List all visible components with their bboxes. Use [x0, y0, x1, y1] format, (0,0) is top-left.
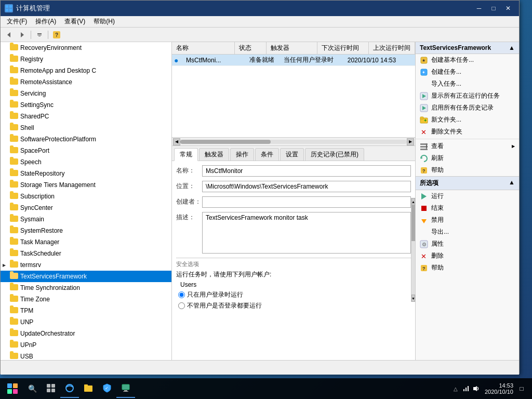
detail-scrollbar[interactable]: ▲ ▼ — [411, 198, 415, 302]
menu-file[interactable]: 文件(F) — [3, 16, 31, 27]
tab-conditions[interactable]: 条件 — [255, 148, 279, 161]
help-button[interactable]: ? — [50, 29, 63, 41]
tab-history[interactable]: 历史记录(已禁用) — [305, 148, 364, 161]
tab-actions[interactable]: 操作 — [230, 148, 254, 161]
search-button[interactable]: 🔍 — [23, 380, 42, 397]
sidebar-item-staterepository[interactable]: StateRepository — [1, 168, 171, 179]
right-action-delete-folder[interactable]: ✕ 删除文件夹 — [416, 126, 519, 138]
forward-button[interactable] — [16, 29, 29, 41]
author-field: 创建者： — [176, 196, 411, 208]
right-action-create-basic[interactable]: ★ 创建基本任务... — [416, 54, 519, 66]
right-action-enable-history[interactable]: 启用所有任务历史记录 — [416, 102, 519, 114]
sidebar-item-sharedpc[interactable]: SharedPC — [1, 111, 171, 122]
tray-volume[interactable] — [472, 384, 481, 393]
right-action-run[interactable]: 运行 — [416, 190, 519, 202]
minimize-button[interactable]: ─ — [472, 3, 486, 14]
svg-rect-51 — [468, 386, 469, 391]
sidebar-item-termsrv[interactable]: ▶ termsrv — [1, 259, 171, 271]
back-button[interactable] — [3, 29, 15, 41]
sidebar-item-subscription[interactable]: Subscription — [1, 191, 171, 202]
sub-collapse-icon[interactable]: ▲ — [509, 179, 515, 188]
sidebar-item-updateorch[interactable]: UpdateOrchestrator — [1, 328, 171, 339]
sidebar-item-upnp[interactable]: UPnP — [1, 339, 171, 351]
status-bar — [1, 360, 519, 375]
sidebar-item-timesync[interactable]: Time Synchronization — [1, 282, 171, 294]
tab-general[interactable]: 常规 — [174, 148, 198, 161]
col-status[interactable]: 状态 — [235, 42, 267, 54]
sidebar-item-recoveryenvironment[interactable]: RecoveryEnvironment — [1, 42, 171, 54]
taskbar-computer-mgmt[interactable] — [116, 379, 135, 398]
col-nextrun[interactable]: 下次运行时间 — [317, 42, 369, 54]
tab-triggers[interactable]: 触发器 — [199, 148, 229, 161]
col-lastrun[interactable]: 上次运行时间 — [369, 42, 415, 54]
col-name[interactable]: 名称 — [172, 42, 235, 54]
sidebar-item-remoteapp[interactable]: RemoteApp and Desktop C — [1, 65, 171, 76]
right-action-help-top[interactable]: ? 帮助 — [416, 164, 519, 176]
maximize-button[interactable]: □ — [487, 3, 500, 14]
col-trigger[interactable]: 触发器 — [267, 42, 318, 54]
right-action-end[interactable]: 结束 — [416, 202, 519, 214]
horizontal-scrollbar[interactable]: ◀ ▶ — [172, 137, 415, 145]
sidebar-item-sysmain[interactable]: Sysmain — [1, 214, 171, 225]
sidebar-item-synccenter[interactable]: SyncCenter — [1, 202, 171, 214]
right-action-new-folder[interactable]: + 新文件夹... — [416, 114, 519, 126]
menu-action[interactable]: 操作(A) — [31, 16, 60, 27]
taskbar-taskview[interactable] — [42, 379, 60, 398]
taskbar-edge[interactable] — [60, 379, 79, 398]
sidebar-item-software[interactable]: SoftwareProtectionPlatform — [1, 134, 171, 145]
svg-rect-49 — [463, 389, 464, 391]
right-action-import[interactable]: 导入任务... — [416, 78, 519, 90]
taskbar-security[interactable]: ✓ — [98, 379, 116, 398]
svg-rect-20 — [420, 117, 423, 119]
desc-label: 描述： — [176, 212, 202, 222]
sidebar-item-storage-tiers[interactable]: Storage Tiers Management — [1, 179, 171, 191]
right-action-refresh[interactable]: 刷新 — [416, 152, 519, 164]
task-name: MsCtfMoni... — [184, 57, 247, 64]
svg-text:✦: ✦ — [422, 70, 425, 75]
import-icon — [420, 80, 428, 88]
scrollbar-thumb[interactable] — [180, 140, 271, 144]
table-row[interactable]: ● MsCtfMoni... 准备就绪 当任何用户登录时 2020/10/10 … — [172, 55, 415, 66]
sidebar-item-unp[interactable]: UNP — [1, 316, 171, 328]
svg-marker-4 — [7, 32, 10, 37]
svg-marker-52 — [473, 386, 477, 391]
sidebar-item-usb[interactable]: USB — [1, 351, 171, 360]
sidebar-item-tpm[interactable]: TPM — [1, 305, 171, 316]
svg-marker-27 — [421, 157, 423, 159]
right-action-properties[interactable]: ⚙ 属性 — [416, 238, 519, 250]
tab-settings[interactable]: 设置 — [280, 148, 304, 161]
right-action-export[interactable]: 导出... — [416, 226, 519, 238]
right-action-delete[interactable]: ✕ 删除 — [416, 250, 519, 262]
sidebar-item-systemrestore[interactable]: SystemRestore — [1, 225, 171, 236]
menu-help[interactable]: 帮助(H) — [89, 16, 119, 27]
sidebar-item-spaceport[interactable]: SpacePort — [1, 145, 171, 156]
right-panel: TextServicesFramework ▲ ★ 创建基本任务... — [415, 42, 519, 360]
sidebar-item-settingsync[interactable]: SettingSync — [1, 99, 171, 111]
right-action-help-sub[interactable]: ? 帮助 — [416, 262, 519, 274]
taskbar-explorer[interactable] — [79, 379, 98, 398]
right-action-create-task[interactable]: ✦ 创建任务... — [416, 66, 519, 78]
sidebar-item-timezone[interactable]: Time Zone — [1, 294, 171, 305]
right-action-show-running[interactable]: 显示所有正在运行的任务 — [416, 90, 519, 102]
sidebar-item-registry[interactable]: Registry — [1, 54, 171, 65]
menu-view[interactable]: 查看(V) — [60, 16, 89, 27]
right-action-view[interactable]: 查看 ▶ — [416, 140, 519, 152]
sidebar-item-remoteassistance[interactable]: RemoteAssistance — [1, 76, 171, 88]
sidebar-item-shell[interactable]: Shell — [1, 122, 171, 134]
sidebar-item-taskscheduler[interactable]: TaskScheduler — [1, 248, 171, 259]
radio-always-input[interactable] — [178, 302, 185, 309]
start-button[interactable] — [2, 380, 23, 397]
name-input[interactable] — [202, 165, 411, 177]
sidebar-item-speech[interactable]: Speech — [1, 156, 171, 168]
close-button[interactable]: ✕ — [501, 3, 515, 14]
collapse-icon[interactable]: ▲ — [509, 44, 515, 51]
tray-network[interactable] — [462, 384, 470, 393]
tray-up-arrow[interactable]: △ — [451, 384, 460, 393]
sidebar-item-taskmanager[interactable]: Task Manager — [1, 236, 171, 248]
sidebar-item-servicing[interactable]: Servicing — [1, 88, 171, 99]
radio-loginonly-input[interactable] — [178, 291, 185, 298]
sidebar-item-textservices[interactable]: TextServicesFramework — [1, 271, 171, 282]
up-button[interactable] — [33, 29, 46, 41]
right-action-disable[interactable]: 禁用 — [416, 214, 519, 226]
notification-icon[interactable]: □ — [517, 384, 526, 393]
